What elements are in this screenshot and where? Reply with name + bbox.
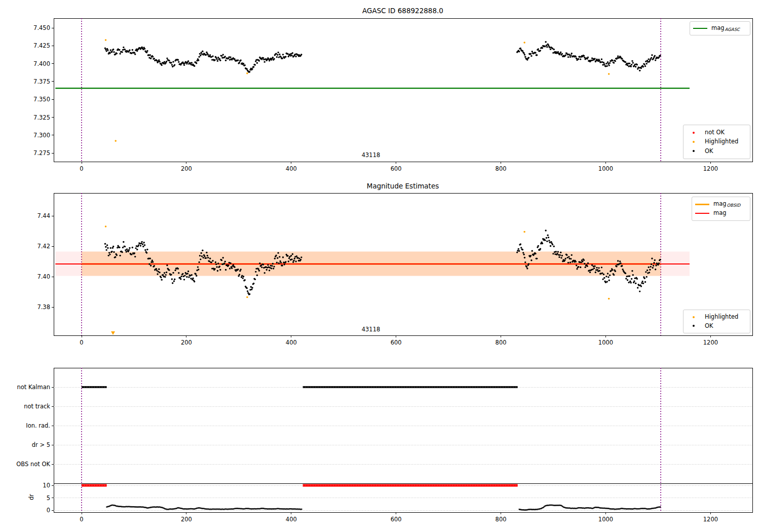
highlighted-point-plot1 <box>105 39 107 41</box>
ok-point-plot2 <box>123 241 124 243</box>
ok-point-plot2 <box>548 240 550 241</box>
flag-category-label: not Kalman <box>0 384 50 391</box>
x-tick-label: 800 <box>496 516 507 523</box>
ok-point-plot2 <box>225 269 226 271</box>
ok-point-plot2 <box>126 248 128 250</box>
legend-label: mag <box>713 210 727 216</box>
highlighted-point-plot2 <box>105 225 107 227</box>
ok-point-plot2 <box>146 249 148 250</box>
ok-point-plot1 <box>202 50 203 52</box>
ok-point-plot2 <box>650 266 652 268</box>
ok-point-plot1 <box>518 51 520 52</box>
ok-point-plot2 <box>178 272 179 274</box>
ok-point-plot2 <box>157 273 158 275</box>
x-tick-label: 1200 <box>703 339 718 346</box>
ok-point-plot1 <box>222 54 224 55</box>
ok-point-plot1 <box>282 54 284 55</box>
ok-point-plot2 <box>567 262 569 263</box>
ok-point-plot2 <box>160 277 162 278</box>
ok-point-plot2 <box>606 281 607 282</box>
x-tick-label: 0 <box>80 516 83 523</box>
obsid-label-plot2: 43118 <box>362 326 381 333</box>
ok-point-plot2 <box>219 265 220 267</box>
ok-point-plot2 <box>205 257 207 258</box>
ok-point-plot1 <box>207 54 209 55</box>
ok-point-plot1 <box>607 61 609 63</box>
ok-point-plot1 <box>116 53 118 54</box>
ok-point-plot1 <box>119 49 120 51</box>
ok-point-plot2 <box>231 268 233 269</box>
ok-point-plot2 <box>162 274 164 276</box>
ok-point-plot2 <box>583 259 585 261</box>
ok-point-plot1 <box>253 66 254 67</box>
ok-point-plot1 <box>570 54 572 56</box>
ok-point-plot2 <box>530 259 532 261</box>
ok-point-plot2 <box>560 252 561 253</box>
ok-point-plot1 <box>272 57 274 58</box>
ok-point-plot1 <box>645 63 647 64</box>
ok-point-plot2 <box>288 260 289 262</box>
ok-point-plot2 <box>592 269 593 270</box>
ok-point-plot1 <box>637 68 638 69</box>
ok-point-plot2 <box>291 258 292 260</box>
ok-point-plot2 <box>108 255 109 256</box>
ok-point-plot1 <box>198 56 200 57</box>
ok-point-plot2 <box>569 261 571 263</box>
ok-point-plot1 <box>613 62 615 63</box>
ok-point-plot2 <box>115 256 116 257</box>
ok-point-plot1 <box>191 62 193 63</box>
ok-point-plot1 <box>221 55 222 57</box>
ok-point-plot2 <box>113 251 115 253</box>
ok-point-plot2 <box>262 263 264 265</box>
ok-point-plot2 <box>617 260 619 261</box>
ok-point-plot2 <box>520 247 522 248</box>
ok-point-plot1 <box>285 56 286 57</box>
ok-point-plot2 <box>632 274 634 276</box>
ok-point-plot1 <box>630 66 632 67</box>
ok-point-plot1 <box>550 48 551 50</box>
ok-point-plot2 <box>142 246 144 247</box>
ok-point-plot2 <box>639 290 640 292</box>
legend-item: magAGASC <box>693 25 747 31</box>
ok-point-plot2 <box>274 258 276 259</box>
plot1-spines <box>54 18 752 162</box>
ok-point-plot2 <box>264 272 265 274</box>
ok-point-plot2 <box>523 254 524 255</box>
ok-point-plot2 <box>107 247 108 249</box>
flag-category-label: not track <box>0 403 50 410</box>
x-tick-label: 800 <box>496 339 507 346</box>
ok-point-plot2 <box>607 273 609 274</box>
ok-point-plot1 <box>262 57 264 59</box>
ok-point-plot1 <box>225 60 226 61</box>
x-tick-label: 800 <box>496 165 507 172</box>
ok-point-plot2 <box>152 261 154 262</box>
ok-point-plot1 <box>651 57 652 58</box>
ok-point-plot2 <box>198 261 200 263</box>
ok-point-plot1 <box>654 55 656 57</box>
x-tick-label: 200 <box>181 339 192 346</box>
ok-point-plot1 <box>526 59 528 60</box>
clipped-point-triangle-icon <box>111 331 115 335</box>
legend-line-swatch-icon <box>695 213 709 214</box>
dot-swatch-icon <box>693 150 695 152</box>
plot1-title: AGASC ID 688922888.0 <box>362 7 443 15</box>
legend-marker-swatch-icon <box>687 316 701 318</box>
ok-point-plot2 <box>217 270 218 272</box>
ok-point-plot2 <box>171 278 173 280</box>
ok-point-plot1 <box>542 47 543 49</box>
ok-point-plot2 <box>282 256 284 258</box>
y-tick-label: 7.425 <box>0 42 50 49</box>
ok-point-plot1 <box>569 56 571 58</box>
ok-point-plot2 <box>637 287 638 288</box>
ok-point-plot2 <box>247 292 249 293</box>
ok-point-plot1 <box>196 62 197 64</box>
ok-point-plot2 <box>177 268 179 270</box>
ok-point-plot2 <box>555 251 557 252</box>
ok-point-plot2 <box>580 267 581 268</box>
ok-point-plot1 <box>183 64 185 66</box>
legend-item: Highlighted <box>687 314 747 320</box>
ok-point-plot2 <box>207 257 209 258</box>
ok-point-plot2 <box>227 264 229 266</box>
ok-point-plot2 <box>635 282 636 284</box>
legend-mag-obsid: magOBSIDmag <box>692 197 750 221</box>
